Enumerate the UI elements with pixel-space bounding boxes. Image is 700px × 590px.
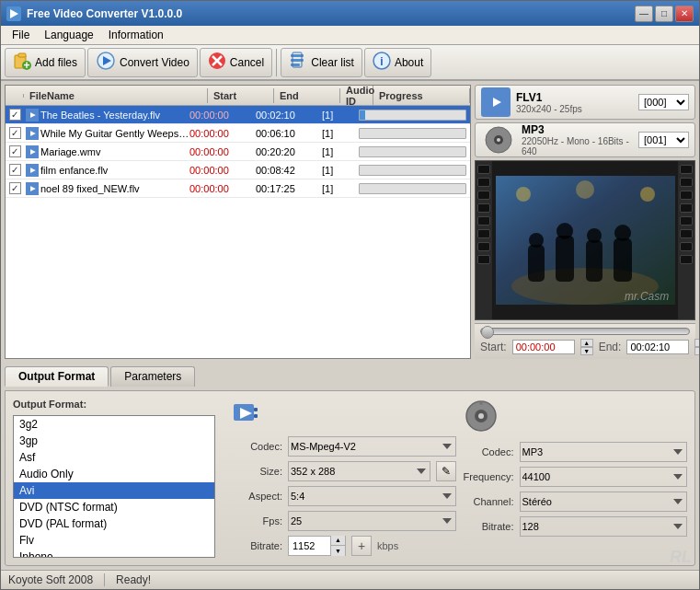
list-item[interactable]: DVD (NTSC format) xyxy=(14,499,214,515)
video-size-edit-button[interactable]: ✎ xyxy=(436,461,456,481)
cancel-button[interactable]: Cancel xyxy=(200,48,272,77)
video-bitrate-input[interactable] xyxy=(289,538,330,553)
file-checkbox[interactable] xyxy=(9,127,21,139)
header-audioid: Audio ID xyxy=(340,85,373,109)
file-checkbox[interactable] xyxy=(9,164,21,176)
file-audioid: [1] xyxy=(322,165,355,176)
close-button[interactable]: ✕ xyxy=(675,6,694,22)
format-list[interactable]: 3g23gpAsfAudio OnlyAviDVD (NTSC format)D… xyxy=(14,416,214,557)
svg-rect-39 xyxy=(254,414,258,418)
svg-point-27 xyxy=(557,223,573,239)
toolbar: + Add files Convert Video C xyxy=(1,45,699,81)
audio-channel-select[interactable]: Stéréo xyxy=(520,492,688,512)
table-row[interactable]: ▶ film enfance.flv 00:00:00 00:08:42 [1] xyxy=(6,161,470,179)
table-row[interactable]: ▶ While My Guitar Gently Weeps.... 00:00… xyxy=(6,124,470,143)
svg-point-29 xyxy=(587,228,602,243)
svg-point-32 xyxy=(516,187,531,202)
end-time-up[interactable]: ▲ xyxy=(694,339,700,347)
video-bitrate-down[interactable]: ▼ xyxy=(330,546,345,556)
table-row[interactable]: ▶ The Beatles - Yesterday.flv 00:00:00 0… xyxy=(6,106,470,124)
tab-output-format[interactable]: Output Format xyxy=(5,366,109,387)
seek-bar-times: Start: ▲ ▼ End: ▲ ▼ xyxy=(480,339,690,355)
video-aspect-label: Aspect: xyxy=(232,491,282,502)
minimize-button[interactable]: — xyxy=(635,6,653,22)
list-item[interactable]: DVD (PAL format) xyxy=(14,515,214,532)
audio-bitrate-select[interactable]: 128 xyxy=(520,516,688,537)
header-progress: Progress xyxy=(373,88,470,103)
file-checkbox[interactable] xyxy=(9,145,21,157)
start-time-input[interactable] xyxy=(512,340,575,354)
video-bitrate-up[interactable]: ▲ xyxy=(330,536,345,546)
file-progress xyxy=(355,146,470,157)
start-time-up[interactable]: ▲ xyxy=(580,339,593,347)
start-time-down[interactable]: ▼ xyxy=(580,347,593,355)
audio-format-icon xyxy=(481,122,516,157)
file-end: 00:08:42 xyxy=(256,165,322,176)
file-audioid: [1] xyxy=(322,146,355,157)
svg-point-43 xyxy=(479,401,483,405)
header-end: End xyxy=(274,88,340,103)
list-item[interactable]: Audio Only xyxy=(14,466,214,482)
convert-video-button[interactable]: Convert Video xyxy=(87,48,198,77)
file-checkbox[interactable] xyxy=(9,182,21,194)
file-progress xyxy=(355,183,470,194)
menu-information[interactable]: Information xyxy=(101,27,171,43)
tab-parameters[interactable]: Parameters xyxy=(110,366,195,387)
file-checkbox[interactable] xyxy=(9,109,21,121)
svg-rect-28 xyxy=(586,240,602,282)
header-start: Start xyxy=(208,88,274,103)
add-files-button[interactable]: + Add files xyxy=(5,48,86,77)
file-start: 00:00:00 xyxy=(189,110,256,121)
video-format-select[interactable]: [000] xyxy=(638,94,689,110)
maximize-button[interactable]: □ xyxy=(655,6,673,22)
video-fps-row: Fps: 25 xyxy=(232,511,456,531)
table-row[interactable]: ▶ Mariage.wmv 00:00:00 00:20:20 [1] xyxy=(6,143,470,161)
seek-bar-track[interactable] xyxy=(480,328,690,335)
file-start: 00:00:00 xyxy=(189,165,256,176)
title-bar: Free Video Converter V1.0.0.0 — □ ✕ xyxy=(1,1,699,26)
audio-freq-select[interactable]: 44100 xyxy=(520,467,688,487)
clear-list-button[interactable]: Clear list xyxy=(281,48,362,77)
list-item[interactable]: 3g2 xyxy=(14,416,214,433)
file-list-body[interactable]: ▶ The Beatles - Yesterday.flv 00:00:00 0… xyxy=(6,106,470,358)
video-aspect-select[interactable]: 5:4 xyxy=(288,486,456,506)
window-controls: — □ ✕ xyxy=(635,6,694,22)
end-time-input[interactable] xyxy=(626,340,689,354)
file-icon: ▶ xyxy=(26,109,39,121)
end-time-down[interactable]: ▼ xyxy=(694,347,700,355)
header-filename: FileName xyxy=(24,88,208,103)
format-list-container[interactable]: 3g23gpAsfAudio OnlyAviDVD (NTSC format)D… xyxy=(13,415,215,558)
svg-point-42 xyxy=(478,413,484,419)
seek-bar-thumb[interactable] xyxy=(481,326,494,339)
video-bitrate-plus-button[interactable]: + xyxy=(351,536,372,556)
list-item[interactable]: Avi xyxy=(14,482,214,499)
svg-point-31 xyxy=(614,225,631,241)
video-bitrate-spinbox[interactable]: ▲ ▼ xyxy=(288,536,346,556)
video-bitrate-unit: kbps xyxy=(377,540,398,551)
list-item[interactable]: 3gp xyxy=(14,433,214,449)
svg-text:mr.Casm: mr.Casm xyxy=(625,290,669,303)
list-item[interactable]: Asf xyxy=(14,449,214,466)
audio-codec-select[interactable]: MP3 xyxy=(520,442,688,462)
table-row[interactable]: ▶ noel 89 fixed_NEW.flv 00:00:00 00:17:2… xyxy=(6,179,470,198)
file-end: 00:17:25 xyxy=(256,183,322,194)
menu-language[interactable]: Language xyxy=(37,27,100,43)
video-size-select[interactable]: 352 x 288 xyxy=(288,461,430,481)
start-label: Start: xyxy=(480,341,507,353)
list-item[interactable]: Iphone xyxy=(14,549,214,557)
video-format-badge: FLV1 320x240 - 25fps [000] xyxy=(475,85,695,120)
audio-freq-row: Frequency: 44100 xyxy=(464,467,688,487)
end-label: End: xyxy=(599,341,622,353)
audio-codec-label: Codec: xyxy=(464,446,514,457)
audio-channel-label: Channel: xyxy=(464,496,514,507)
file-name: film enfance.flv xyxy=(40,165,189,176)
menu-file[interactable]: File xyxy=(5,27,37,43)
audio-format-select[interactable]: [001] xyxy=(638,132,689,148)
end-time-spin: ▲ ▼ xyxy=(694,339,700,355)
about-button[interactable]: i About xyxy=(364,48,431,77)
list-item[interactable]: Flv xyxy=(14,532,214,549)
svg-rect-26 xyxy=(556,236,574,282)
file-icon: ▶ xyxy=(26,127,39,140)
video-codec-select[interactable]: MS-Mpeg4-V2 xyxy=(288,436,456,457)
video-fps-select[interactable]: 25 xyxy=(288,511,456,531)
